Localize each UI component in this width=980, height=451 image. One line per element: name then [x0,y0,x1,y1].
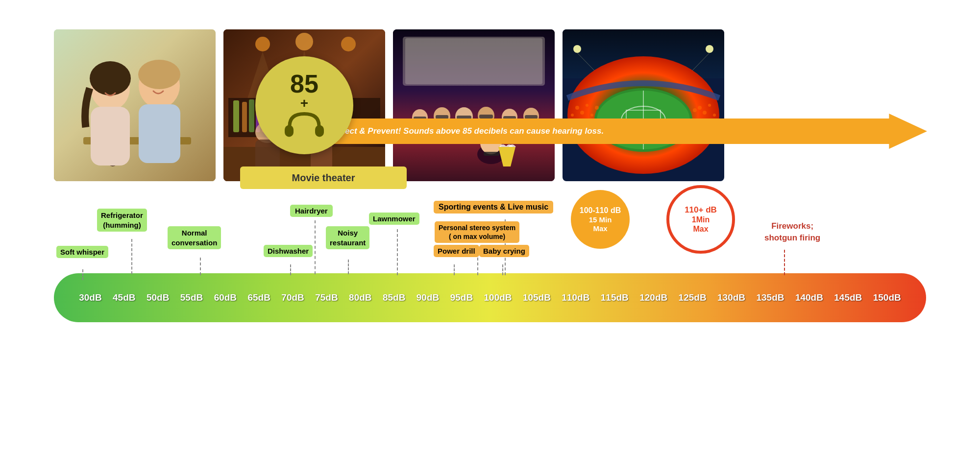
svg-rect-5 [91,107,130,166]
svg-rect-26 [315,125,324,137]
svg-point-6 [90,61,131,95]
label-sporting-events: Sporting events & Live music [434,201,553,214]
headphone-number: 85 [290,71,318,96]
dash-baby-crying [502,264,503,275]
svg-rect-50 [484,152,499,156]
dash-refrigerator [131,239,132,274]
tick-115db: 115dB [601,292,629,303]
tick-45db: 45dB [113,292,135,303]
label-lawnmower: Lawnmower [369,213,419,225]
stadium-svg [563,29,724,181]
svg-point-70 [708,104,711,107]
label-soft-whisper: Soft whisper [56,246,108,258]
tick-90db: 90dB [416,292,439,303]
badge-110-plus: 110+ dB 1Min Max [666,185,735,254]
svg-point-12 [295,33,313,50]
headphone-overlay: 85 + [255,56,353,154]
badge2-line1: 110+ dB [685,205,717,215]
svg-point-11 [255,37,270,51]
db-scale-bar: 30dB 45dB 50dB 55dB 60dB 65dB 70dB 75dB … [54,273,926,322]
tick-30db: 30dB [79,292,101,303]
svg-point-9 [138,60,180,89]
svg-point-69 [698,106,702,110]
svg-point-54 [706,45,713,53]
tick-75db: 75dB [315,292,338,303]
photo-bar: 85 + [223,29,385,181]
tick-50db: 50dB [147,292,169,303]
label-hairdryer: Hairdryer [290,205,333,217]
svg-point-13 [341,37,356,51]
badge1-line2: 15 Min [589,215,612,224]
photo-cinema [393,29,555,181]
photos-row: 85 + [54,29,926,181]
tick-100db: 100dB [484,292,512,303]
badge-100-110: 100-110 dB 15 Min Max [571,190,630,249]
tick-110db: 110dB [562,292,589,303]
label-noisy-restaurant: Noisy restaurant [326,226,369,249]
headphone-plus: + [300,96,308,110]
tick-95db: 95dB [450,292,473,303]
label-dishwasher: Dishwasher [264,245,313,257]
photo-stadium [563,29,724,181]
dash-normal-conversation [200,258,201,275]
protect-text: Protect & Prevent! Sounds above 85 decib… [328,126,604,136]
tick-125db: 125dB [679,292,707,303]
svg-rect-25 [285,125,294,137]
label-fireworks: Fireworks; shotgun firing [764,220,820,244]
tick-60db: 60dB [214,292,237,303]
badge2-line2: 1Min [692,215,710,224]
badge2-line3: Max [693,224,708,234]
dash-soft-whisper [82,269,83,280]
svg-point-64 [586,104,588,107]
dash-power-drill [454,264,455,275]
tick-80db: 80dB [349,292,371,303]
dash-noisy-restaurant [348,260,349,274]
dash-lawnmower [397,229,398,275]
label-normal-conversation: Normal conversation [168,226,221,249]
tick-120db: 120dB [639,292,667,303]
svg-rect-8 [139,104,180,163]
tick-145db: 145dB [834,292,862,303]
svg-rect-29 [405,38,542,84]
tick-140db: 140dB [795,292,823,303]
svg-point-53 [573,45,581,53]
tick-70db: 70dB [281,292,304,303]
tick-150db: 150dB [873,292,901,303]
tick-85db: 85dB [383,292,405,303]
badge1-line1: 100-110 dB [580,206,621,215]
photo-couple [54,29,216,181]
svg-rect-0 [54,29,216,181]
svg-point-73 [693,108,697,112]
svg-rect-16 [233,100,239,132]
tick-105db: 105dB [523,292,551,303]
tick-135db: 135dB [756,292,784,303]
arrow-banner: Protect & Prevent! Sounds above 85 decib… [318,114,927,149]
svg-point-63 [575,106,579,110]
svg-point-65 [595,106,599,110]
movie-theater-text: Movie theater [292,172,355,184]
label-personal-stereo: Personal stereo system ( on max volume) [435,221,519,243]
tick-130db: 130dB [717,292,745,303]
tick-55db: 55dB [180,292,203,303]
headphone-icon [282,110,326,140]
svg-rect-17 [242,102,247,132]
badge1-line3: Max [593,224,607,233]
svg-rect-18 [249,99,254,132]
movie-theater-label: Movie theater [240,166,407,189]
main-container: 85 + [24,0,956,451]
label-refrigerator: Refrigerator (humming) [97,209,147,232]
tick-65db: 65dB [247,292,270,303]
dash-dishwasher [290,264,291,275]
dash-fireworks [784,250,785,275]
dash-hairdryer [315,220,316,274]
label-power-drill: Power drill [434,245,479,257]
label-baby-crying: Baby crying [479,245,529,257]
